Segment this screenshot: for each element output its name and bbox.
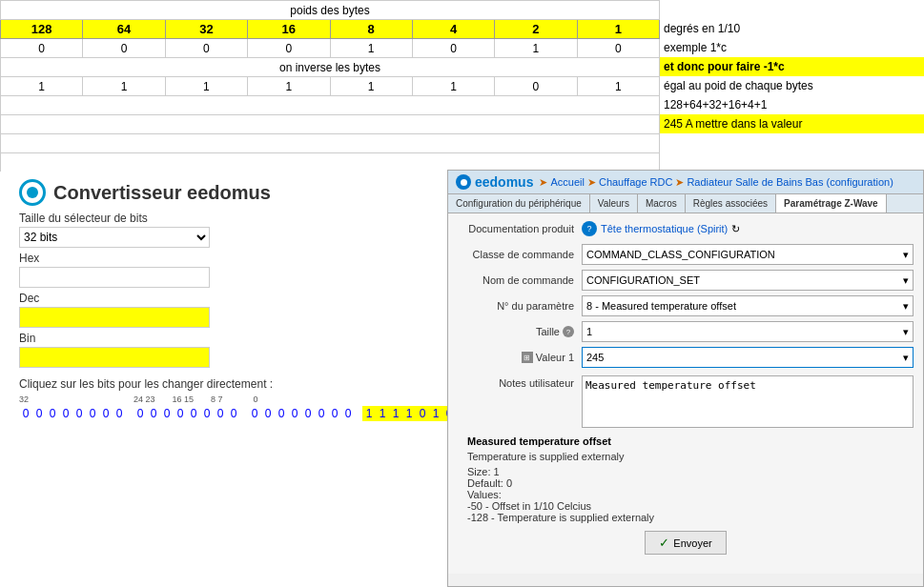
bit-28[interactable]: 0	[416, 406, 429, 421]
row4-3: 1	[248, 77, 330, 96]
hex-input[interactable]: F5	[19, 267, 210, 288]
tab-config[interactable]: Configuration du périphérique	[448, 194, 590, 213]
notes-row: Notes utilisateur Measured temperature o…	[458, 375, 914, 428]
bit-22[interactable]: 0	[328, 406, 341, 421]
bit-group-2: 0 0 0 0 0 0 0 0	[133, 406, 240, 421]
nav-arrow-3: ➤	[675, 176, 684, 189]
tab-parametrage[interactable]: Paramétrage Z-Wave	[776, 194, 887, 213]
valeur-input[interactable]: 245 ▾	[582, 347, 914, 368]
bit-18[interactable]: 0	[275, 406, 288, 421]
valeur-value: 245	[586, 352, 604, 363]
taille-select[interactable]: 1 ▾	[582, 321, 914, 342]
nav-arrow-1: ➤	[539, 176, 547, 189]
valeur-label-area: ⊞ Valeur 1	[458, 352, 582, 363]
send-label: Envoyer	[673, 537, 711, 549]
bit-8[interactable]: 0	[133, 406, 147, 421]
bit-4[interactable]: 0	[72, 406, 86, 421]
nav-radiateur[interactable]: Radiateur Salle de Bains Bas (configurat…	[687, 176, 893, 188]
bit-10[interactable]: 0	[160, 406, 174, 421]
weight-4: 4	[412, 20, 494, 39]
bit-1[interactable]: 0	[32, 406, 46, 421]
bit-15[interactable]: 0	[227, 406, 240, 421]
classe-value: COMMAND_CLASS_CONFIGURATION	[586, 249, 775, 260]
bit-29[interactable]: 1	[429, 406, 442, 421]
panel-nav: ➤ Accueil ➤ Chauffage RDC ➤ Radiateur Sa…	[539, 176, 893, 189]
bit-2[interactable]: 0	[46, 406, 59, 421]
row2-7: 0	[577, 39, 659, 58]
bit-0[interactable]: 0	[19, 406, 32, 421]
hex-group: Hex F5	[19, 252, 448, 288]
tab-regles[interactable]: Règles associées	[686, 194, 776, 213]
bit-27[interactable]: 1	[402, 406, 416, 421]
bit-3[interactable]: 0	[59, 406, 72, 421]
bit-group-1: 0 0 0 0 0 0 0 0	[19, 406, 126, 421]
dec-input[interactable]: 245	[19, 307, 210, 328]
bit-21[interactable]: 0	[315, 406, 328, 421]
weight-32: 32	[165, 20, 247, 39]
bit-17[interactable]: 0	[261, 406, 275, 421]
taille-label-area: Taille ?	[458, 326, 582, 337]
tab-valeurs[interactable]: Valeurs	[590, 194, 638, 213]
bit-11[interactable]: 0	[174, 406, 187, 421]
weight-1: 1	[577, 20, 659, 39]
classe-select[interactable]: COMMAND_CLASS_CONFIGURATION ▾	[582, 244, 914, 265]
bit-5[interactable]: 0	[86, 406, 99, 421]
bit-25[interactable]: 1	[376, 406, 389, 421]
bit-23[interactable]: 0	[341, 406, 355, 421]
nom-select[interactable]: CONFIGURATION_SET ▾	[582, 270, 914, 291]
classe-row: Classe de commande COMMAND_CLASS_CONFIGU…	[458, 244, 914, 265]
bit-14[interactable]: 0	[214, 406, 227, 421]
label-degrees: degrés en 1/10	[660, 19, 924, 38]
panel-header: eedomus ➤ Accueil ➤ Chauffage RDC ➤ Radi…	[448, 171, 923, 194]
bin-input[interactable]: 11110101	[19, 347, 210, 368]
description-text: Temperature is supplied externaly	[467, 451, 914, 462]
bit-24[interactable]: 1	[362, 406, 376, 421]
weight-16: 16	[248, 20, 330, 39]
taille-arrow: ▾	[903, 326, 909, 338]
nav-accueil[interactable]: Accueil	[550, 176, 584, 188]
size-select[interactable]: 32 bits	[19, 227, 210, 248]
description-details: Size: 1 Default: 0 Values: -50 - Offset …	[467, 466, 914, 523]
description-title: Measured temperature offset	[467, 435, 914, 447]
send-area: ✓ Envoyer	[458, 531, 914, 555]
nav-chauffage[interactable]: Chauffage RDC	[599, 176, 672, 188]
row4-5: 1	[412, 77, 494, 96]
bit-19[interactable]: 0	[288, 406, 301, 421]
row4-6: 0	[495, 77, 577, 96]
label-egal: égal au poid de chaque bytes	[660, 76, 924, 95]
param-label: N° du paramètre	[458, 300, 582, 312]
doc-refresh-icon[interactable]: ↻	[731, 223, 740, 235]
label-yellow: et donc pour faire -1*c	[660, 57, 924, 76]
nav-arrow-2: ➤	[587, 176, 596, 189]
converter-title: Convertisseur eedomus	[53, 182, 271, 204]
param-select[interactable]: 8 - Measured temperature offset ▾	[582, 295, 914, 316]
size-label: Taille du sélecteur de bits	[19, 212, 448, 225]
send-button[interactable]: ✓ Envoyer	[645, 531, 726, 555]
nom-label: Nom de commande	[458, 274, 582, 286]
bit-16[interactable]: 0	[248, 406, 261, 421]
logo-area: eedomus	[456, 174, 533, 190]
converter-icon	[19, 179, 46, 206]
bit-13[interactable]: 0	[200, 406, 214, 421]
bit-20[interactable]: 0	[301, 406, 315, 421]
bit-9[interactable]: 0	[147, 406, 160, 421]
bit-26[interactable]: 1	[389, 406, 402, 421]
bit-section: Cliquez sur les bits pour les changer di…	[0, 372, 448, 427]
valeur-table-icon: ⊞	[522, 352, 533, 363]
bit-6[interactable]: 0	[99, 406, 113, 421]
converter-icon-inner	[27, 187, 38, 198]
logo-text: eedomus	[475, 174, 533, 190]
taille-label: Taille	[536, 326, 560, 337]
doc-row: Documentation produit ? Tête thermostati…	[458, 221, 914, 236]
doc-link[interactable]: Tête thermostatique (Spirit)	[601, 223, 728, 234]
bit-12[interactable]: 0	[187, 406, 200, 421]
tab-macros[interactable]: Macros	[638, 194, 686, 213]
bit-top-numbers: 32 24 23 16 15 8 7 0	[19, 395, 429, 404]
notes-textarea[interactable]: Measured temperature offset	[582, 375, 914, 428]
bit-7[interactable]: 0	[113, 406, 126, 421]
dec-group: Dec 245	[19, 292, 448, 328]
row4-0: 1	[1, 77, 83, 96]
bit-num-8: 8 7	[211, 395, 223, 404]
weight-128: 128	[1, 20, 83, 39]
notes-label: Notes utilisateur	[458, 375, 582, 389]
